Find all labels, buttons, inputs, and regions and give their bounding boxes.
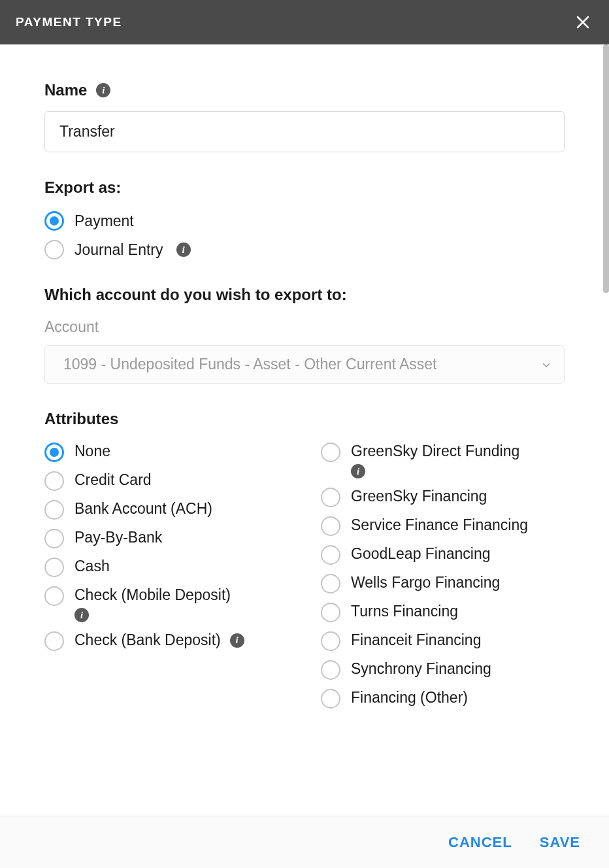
attribute-label-row: Check (Bank Deposit)i xyxy=(74,631,244,649)
save-button[interactable]: SAVE xyxy=(540,834,580,851)
account-select[interactable] xyxy=(44,345,565,384)
attribute-label-row: Turns Financing xyxy=(351,603,458,620)
info-icon[interactable]: i xyxy=(351,464,365,478)
name-input[interactable] xyxy=(44,111,565,152)
attribute-label: Service Finance Financing xyxy=(351,516,528,534)
attribute-label-row: GoodLeap Financing xyxy=(351,545,491,563)
attribute-label: None xyxy=(74,442,110,460)
attribute-label-row: Bank Account (ACH) xyxy=(74,500,212,518)
radio-indicator xyxy=(321,488,340,507)
attribute-label-wrap: Pay-By-Bank xyxy=(74,529,162,546)
attribute-label-wrap: Financing (Other) xyxy=(351,689,468,707)
attribute-label: Synchrony Financing xyxy=(351,660,491,678)
export-as-group: Export as: PaymentJournal Entryi xyxy=(44,178,565,259)
close-button[interactable] xyxy=(572,12,593,33)
attribute-label-wrap: Bank Account (ACH) xyxy=(74,500,212,518)
attribute-option[interactable]: None xyxy=(44,442,288,462)
attribute-option[interactable]: Bank Account (ACH) xyxy=(44,500,288,520)
attribute-label-wrap: GreenSky Financing xyxy=(351,488,487,505)
attribute-label-wrap: Turns Financing xyxy=(351,603,458,620)
attribute-label-wrap: None xyxy=(74,442,110,460)
attributes-grid: NoneCredit CardBank Account (ACH)Pay-By-… xyxy=(44,442,565,709)
close-icon xyxy=(576,15,590,29)
radio-indicator xyxy=(321,545,340,565)
radio-indicator xyxy=(321,516,340,536)
attribute-label: GreenSky Direct Funding xyxy=(351,442,519,460)
attribute-option[interactable]: GoodLeap Financing xyxy=(321,545,565,565)
attribute-label-row: GreenSky Direct Funding xyxy=(351,442,519,460)
radio-indicator xyxy=(321,660,340,680)
attribute-option[interactable]: Financing (Other) xyxy=(321,689,565,709)
attribute-label-wrap: Financeit Financing xyxy=(351,631,481,649)
attribute-label: Wells Fargo Financing xyxy=(351,574,500,592)
attribute-label: Credit Card xyxy=(74,471,152,489)
attribute-label-row: GreenSky Financing xyxy=(351,488,487,505)
radio-indicator xyxy=(44,558,64,577)
attribute-label: Check (Bank Deposit) xyxy=(74,631,221,649)
attribute-label: GreenSky Financing xyxy=(351,488,487,505)
info-icon[interactable]: i xyxy=(74,608,89,622)
radio-indicator xyxy=(44,471,64,491)
radio-indicator xyxy=(321,603,340,622)
attribute-option[interactable]: GreenSky Direct Fundingi xyxy=(321,442,565,478)
info-icon[interactable]: i xyxy=(230,633,244,648)
attribute-label-row: Service Finance Financing xyxy=(351,516,528,534)
attribute-option[interactable]: Turns Financing xyxy=(321,603,565,622)
radio-indicator xyxy=(44,211,64,231)
attribute-option[interactable]: Check (Bank Deposit)i xyxy=(44,631,288,651)
radio-indicator xyxy=(44,529,64,548)
name-label: Name xyxy=(44,81,87,99)
attribute-label-wrap: GoodLeap Financing xyxy=(351,545,491,563)
attribute-label: Check (Mobile Deposit) xyxy=(74,586,231,604)
info-icon[interactable]: i xyxy=(176,242,191,257)
attribute-info-row: i xyxy=(74,608,231,622)
attribute-label-wrap: Synchrony Financing xyxy=(351,660,491,678)
attribute-label-row: Cash xyxy=(74,558,110,575)
export-option[interactable]: Payment xyxy=(44,211,565,231)
attribute-label-row: Pay-By-Bank xyxy=(74,529,162,546)
attribute-label-wrap: Check (Bank Deposit)i xyxy=(74,631,244,649)
attribute-label: GoodLeap Financing xyxy=(351,545,491,563)
attribute-label-row: Check (Mobile Deposit) xyxy=(74,586,231,604)
radio-indicator xyxy=(321,631,340,651)
cancel-button[interactable]: CANCEL xyxy=(448,834,512,851)
attribute-label-row: None xyxy=(74,442,110,460)
attributes-col-right: GreenSky Direct FundingiGreenSky Financi… xyxy=(321,442,565,709)
attribute-option[interactable]: Service Finance Financing xyxy=(321,516,565,536)
attribute-label-wrap: Check (Mobile Deposit)i xyxy=(74,586,231,622)
attribute-option[interactable]: Cash xyxy=(44,558,288,577)
radio-indicator xyxy=(44,240,64,259)
attribute-label-wrap: Wells Fargo Financing xyxy=(351,574,500,592)
attribute-option[interactable]: Pay-By-Bank xyxy=(44,529,288,548)
attribute-label: Cash xyxy=(74,558,110,575)
account-group: Which account do you wish to export to: … xyxy=(44,286,565,384)
dialog-header: PAYMENT TYPE xyxy=(0,0,609,44)
radio-indicator xyxy=(44,442,64,462)
export-option[interactable]: Journal Entryi xyxy=(44,240,565,259)
name-label-row: Name i xyxy=(44,81,565,99)
radio-indicator xyxy=(321,574,340,593)
account-select-wrapper xyxy=(44,345,565,384)
attributes-group: Attributes NoneCredit CardBank Account (… xyxy=(44,410,565,709)
attribute-option[interactable]: Credit Card xyxy=(44,471,288,491)
dialog-content: Name i Export as: PaymentJournal Entryi … xyxy=(0,44,609,816)
attribute-label: Bank Account (ACH) xyxy=(74,500,212,518)
attribute-option[interactable]: Check (Mobile Deposit)i xyxy=(44,586,288,622)
account-sublabel: Account xyxy=(44,318,565,336)
attribute-option[interactable]: Synchrony Financing xyxy=(321,660,565,680)
attribute-label: Pay-By-Bank xyxy=(74,529,162,546)
name-field-group: Name i xyxy=(44,81,565,152)
attribute-info-row: i xyxy=(351,464,519,478)
attribute-label-wrap: GreenSky Direct Fundingi xyxy=(351,442,519,478)
attribute-label-wrap: Service Finance Financing xyxy=(351,516,528,534)
info-icon[interactable]: i xyxy=(96,83,110,97)
attribute-option[interactable]: GreenSky Financing xyxy=(321,488,565,507)
radio-indicator xyxy=(321,689,340,709)
dialog-footer: CANCEL SAVE xyxy=(0,816,609,868)
dialog-title: PAYMENT TYPE xyxy=(16,15,122,29)
radio-indicator xyxy=(44,500,64,520)
attribute-option[interactable]: Wells Fargo Financing xyxy=(321,574,565,593)
attribute-option[interactable]: Financeit Financing xyxy=(321,631,565,651)
account-section-label: Which account do you wish to export to: xyxy=(44,286,565,304)
attribute-label-row: Synchrony Financing xyxy=(351,660,491,678)
